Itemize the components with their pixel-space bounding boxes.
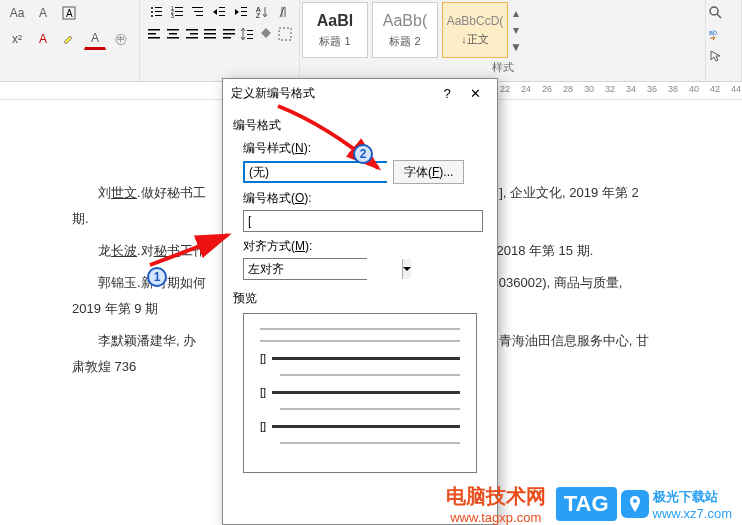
change-case-icon[interactable]: Aa: [6, 2, 28, 24]
bullets-icon[interactable]: [146, 2, 165, 22]
svg-text:A: A: [66, 8, 73, 19]
svg-rect-28: [167, 29, 179, 31]
preview-label: 预览: [233, 290, 487, 307]
alignment-combo[interactable]: [243, 258, 367, 280]
svg-rect-9: [175, 7, 183, 8]
svg-point-44: [710, 7, 718, 15]
svg-rect-36: [204, 37, 216, 39]
svg-rect-22: [241, 15, 247, 16]
style-heading1[interactable]: AaBl 标题 1: [302, 2, 368, 58]
text-effects-icon[interactable]: A: [32, 28, 54, 50]
svg-point-6: [151, 15, 153, 17]
svg-rect-26: [148, 33, 156, 35]
tag-badge: TAG: [556, 487, 617, 521]
styles-group-label[interactable]: 样式: [300, 60, 705, 75]
svg-rect-11: [175, 11, 183, 12]
char-shading-icon[interactable]: A: [58, 2, 80, 24]
number-style-combo[interactable]: [243, 161, 387, 183]
svg-rect-35: [204, 33, 216, 35]
highlight-icon[interactable]: [58, 28, 80, 50]
svg-rect-3: [155, 7, 162, 8]
svg-rect-16: [196, 15, 203, 16]
svg-rect-34: [204, 29, 216, 31]
align-left-icon[interactable]: [146, 24, 163, 44]
styles-down-icon[interactable]: ▾: [510, 23, 522, 37]
number-format-label: 编号格式(O):: [243, 190, 487, 207]
paragraph-group: 123 AZ: [140, 0, 300, 82]
svg-rect-13: [175, 15, 183, 16]
preview-box: [] [] []: [243, 313, 477, 473]
multilevel-list-icon[interactable]: [189, 2, 208, 22]
svg-rect-43: [279, 28, 291, 40]
svg-rect-25: [148, 29, 160, 31]
svg-rect-7: [155, 15, 162, 16]
align-justify-icon[interactable]: [202, 24, 219, 44]
svg-rect-42: [247, 38, 253, 39]
watermark: 电脑技术网 www.tagxp.com TAG 极光下载站 www.xz7.co…: [446, 483, 732, 525]
distribute-icon[interactable]: [221, 24, 238, 44]
close-button[interactable]: ✕: [461, 81, 489, 105]
style-normal[interactable]: AaBbCcD( ↓正文: [442, 2, 508, 58]
annotation-marker-2: 2: [353, 144, 373, 164]
select-icon[interactable]: [708, 46, 736, 66]
line-spacing-icon[interactable]: [239, 24, 256, 44]
alignment-input[interactable]: [244, 259, 402, 279]
svg-rect-30: [167, 37, 179, 39]
editing-group: ab: [706, 0, 742, 82]
ribbon: Aa A A x² A A ㊥ 123 AZ: [0, 0, 742, 82]
dialog-titlebar[interactable]: 定义新编号格式 ? ✕: [223, 79, 497, 107]
font-button[interactable]: 字体(F)...: [393, 160, 464, 184]
svg-rect-18: [219, 11, 225, 12]
font-color-icon[interactable]: A: [84, 28, 106, 50]
svg-point-4: [151, 11, 153, 13]
section-label: 编号格式: [233, 117, 487, 134]
increase-indent-icon[interactable]: [231, 2, 250, 22]
styles-expand-icon[interactable]: ▼: [510, 40, 522, 54]
styles-group: AaBl 标题 1 AaBb( 标题 2 AaBbCcD( ↓正文 ▴ ▾ ▼ …: [300, 0, 706, 82]
svg-rect-33: [186, 37, 198, 39]
svg-rect-21: [241, 11, 247, 12]
svg-text:ab: ab: [709, 29, 717, 36]
alignment-label: 对齐方式(M):: [243, 238, 487, 255]
svg-text:3: 3: [171, 13, 174, 19]
align-center-icon[interactable]: [165, 24, 182, 44]
number-format-input[interactable]: [243, 210, 483, 232]
svg-rect-19: [219, 15, 225, 16]
svg-text:Z: Z: [256, 12, 261, 19]
char-border-icon[interactable]: A: [32, 2, 54, 24]
svg-rect-39: [223, 37, 231, 39]
replace-icon[interactable]: ab: [708, 24, 736, 44]
sort-icon[interactable]: AZ: [252, 2, 271, 22]
number-style-input[interactable]: [245, 163, 403, 181]
svg-rect-32: [190, 33, 198, 35]
find-icon[interactable]: [708, 2, 736, 22]
combo-dropdown-icon[interactable]: [402, 259, 411, 279]
svg-rect-31: [186, 29, 198, 31]
annotation-marker-1: 1: [147, 267, 167, 287]
styles-scroller: ▴ ▾ ▼: [510, 0, 524, 60]
svg-rect-38: [223, 33, 235, 35]
align-right-icon[interactable]: [183, 24, 200, 44]
svg-rect-41: [247, 34, 253, 35]
style-heading2[interactable]: AaBb( 标题 2: [372, 2, 438, 58]
svg-point-2: [151, 7, 153, 9]
svg-rect-37: [223, 29, 235, 31]
dialog-title: 定义新编号格式: [231, 85, 433, 102]
svg-rect-27: [148, 37, 160, 39]
svg-rect-15: [194, 11, 203, 12]
decrease-indent-icon[interactable]: [210, 2, 229, 22]
svg-rect-5: [155, 11, 162, 12]
borders-icon[interactable]: [276, 24, 293, 44]
enclose-char-icon[interactable]: ㊥: [110, 28, 132, 50]
font-group: Aa A A x² A A ㊥: [0, 0, 140, 82]
show-marks-icon[interactable]: [274, 2, 293, 22]
svg-rect-14: [192, 7, 203, 8]
shading-icon[interactable]: [258, 24, 275, 44]
styles-up-icon[interactable]: ▴: [510, 6, 522, 20]
svg-rect-20: [241, 7, 247, 8]
superscript-icon[interactable]: x²: [6, 28, 28, 50]
pin-icon: [621, 490, 649, 518]
help-button[interactable]: ?: [433, 81, 461, 105]
svg-rect-17: [219, 7, 225, 8]
numbering-icon[interactable]: 123: [167, 2, 186, 22]
